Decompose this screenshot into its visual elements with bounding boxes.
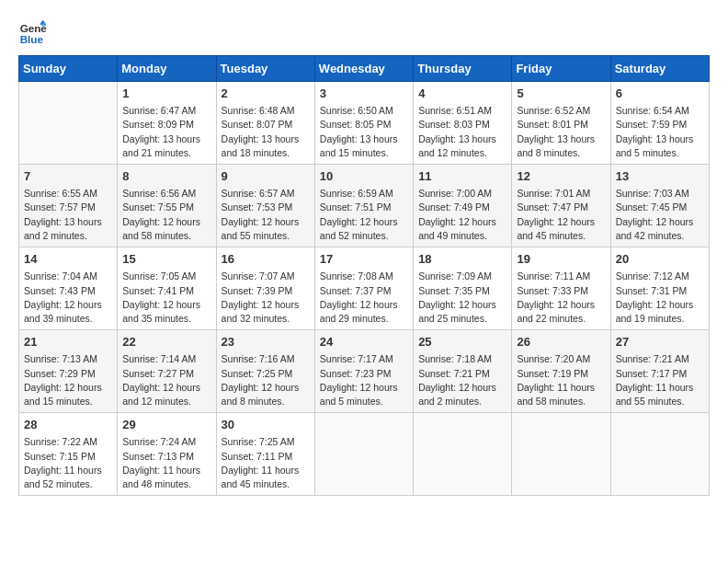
day-number: 13 [616,168,704,185]
calendar-cell: 26Sunrise: 7:20 AM Sunset: 7:19 PM Dayli… [512,330,610,413]
calendar-cell [314,413,413,496]
calendar-cell: 24Sunrise: 7:17 AM Sunset: 7:23 PM Dayli… [314,330,413,413]
day-number: 30 [222,417,310,433]
week-row: 21Sunrise: 7:13 AM Sunset: 7:29 PM Dayli… [19,330,710,413]
day-info: Sunrise: 6:51 AM Sunset: 8:03 PM Dayligh… [418,104,506,160]
day-number: 5 [517,86,605,102]
day-number: 28 [24,417,112,433]
day-info: Sunrise: 7:11 AM Sunset: 7:33 PM Dayligh… [517,270,605,326]
calendar-cell [414,413,512,496]
day-number: 11 [418,168,506,185]
day-info: Sunrise: 7:22 AM Sunset: 7:15 PM Dayligh… [24,435,112,491]
day-info: Sunrise: 6:52 AM Sunset: 8:01 PM Dayligh… [517,104,605,160]
day-number: 1 [122,86,210,102]
logo-icon: General Blue [18,18,46,46]
week-row: 1Sunrise: 6:47 AM Sunset: 8:09 PM Daylig… [19,82,710,165]
day-info: Sunrise: 7:01 AM Sunset: 7:47 PM Dayligh… [517,187,605,243]
day-info: Sunrise: 7:12 AM Sunset: 7:31 PM Dayligh… [616,270,704,326]
weekday-header-thursday: Thursday [414,56,512,82]
calendar-cell: 13Sunrise: 7:03 AM Sunset: 7:45 PM Dayli… [610,165,709,247]
day-info: Sunrise: 7:07 AM Sunset: 7:39 PM Dayligh… [222,270,310,326]
day-number: 6 [616,86,704,102]
day-info: Sunrise: 6:55 AM Sunset: 7:57 PM Dayligh… [24,187,112,243]
week-row: 7Sunrise: 6:55 AM Sunset: 7:57 PM Daylig… [19,165,710,247]
calendar-cell: 20Sunrise: 7:12 AM Sunset: 7:31 PM Dayli… [610,247,709,330]
day-info: Sunrise: 6:48 AM Sunset: 8:07 PM Dayligh… [222,104,310,160]
calendar-cell: 7Sunrise: 6:55 AM Sunset: 7:57 PM Daylig… [19,165,118,247]
day-info: Sunrise: 7:20 AM Sunset: 7:19 PM Dayligh… [517,352,605,408]
weekday-header-sunday: Sunday [19,56,118,82]
calendar-header: SundayMondayTuesdayWednesdayThursdayFrid… [19,56,710,82]
day-number: 23 [222,334,310,350]
calendar-cell: 27Sunrise: 7:21 AM Sunset: 7:17 PM Dayli… [610,330,709,413]
day-info: Sunrise: 6:47 AM Sunset: 8:09 PM Dayligh… [122,104,210,160]
day-number: 18 [418,251,506,268]
day-number: 20 [616,251,704,268]
day-number: 24 [320,334,408,350]
day-info: Sunrise: 7:03 AM Sunset: 7:45 PM Dayligh… [616,187,704,243]
day-number: 4 [418,86,506,102]
day-number: 16 [222,251,310,268]
calendar-cell: 17Sunrise: 7:08 AM Sunset: 7:37 PM Dayli… [314,247,413,330]
day-info: Sunrise: 7:21 AM Sunset: 7:17 PM Dayligh… [616,352,704,408]
calendar-cell: 14Sunrise: 7:04 AM Sunset: 7:43 PM Dayli… [19,247,118,330]
calendar-cell [19,82,118,165]
calendar-cell: 29Sunrise: 7:24 AM Sunset: 7:13 PM Dayli… [118,413,216,496]
calendar-cell: 12Sunrise: 7:01 AM Sunset: 7:47 PM Dayli… [512,165,610,247]
day-number: 26 [517,334,605,350]
day-info: Sunrise: 7:24 AM Sunset: 7:13 PM Dayligh… [122,435,210,491]
calendar-cell: 5Sunrise: 6:52 AM Sunset: 8:01 PM Daylig… [512,82,610,165]
weekday-header-wednesday: Wednesday [314,56,413,82]
day-info: Sunrise: 7:18 AM Sunset: 7:21 PM Dayligh… [418,352,506,408]
day-info: Sunrise: 7:09 AM Sunset: 7:35 PM Dayligh… [418,270,506,326]
calendar-cell: 19Sunrise: 7:11 AM Sunset: 7:33 PM Dayli… [512,247,610,330]
week-row: 28Sunrise: 7:22 AM Sunset: 7:15 PM Dayli… [19,413,710,496]
day-info: Sunrise: 7:05 AM Sunset: 7:41 PM Dayligh… [122,270,210,326]
calendar-cell: 16Sunrise: 7:07 AM Sunset: 7:39 PM Dayli… [216,247,314,330]
day-number: 19 [517,251,605,268]
day-info: Sunrise: 6:57 AM Sunset: 7:53 PM Dayligh… [222,187,310,243]
calendar-cell: 18Sunrise: 7:09 AM Sunset: 7:35 PM Dayli… [414,247,512,330]
weekday-header-saturday: Saturday [610,56,709,82]
calendar-table: SundayMondayTuesdayWednesdayThursdayFrid… [18,55,710,496]
day-info: Sunrise: 7:00 AM Sunset: 7:49 PM Dayligh… [418,187,506,243]
day-number: 3 [320,86,408,102]
day-info: Sunrise: 7:25 AM Sunset: 7:11 PM Dayligh… [222,435,310,491]
day-number: 14 [24,251,112,268]
day-info: Sunrise: 7:17 AM Sunset: 7:23 PM Dayligh… [320,352,408,408]
day-number: 15 [122,251,210,268]
day-number: 2 [222,86,310,102]
day-number: 27 [616,334,704,350]
day-info: Sunrise: 7:13 AM Sunset: 7:29 PM Dayligh… [24,352,112,408]
day-number: 21 [24,334,112,350]
calendar-cell: 21Sunrise: 7:13 AM Sunset: 7:29 PM Dayli… [19,330,118,413]
calendar-cell: 23Sunrise: 7:16 AM Sunset: 7:25 PM Dayli… [216,330,314,413]
week-row: 14Sunrise: 7:04 AM Sunset: 7:43 PM Dayli… [19,247,710,330]
day-info: Sunrise: 7:16 AM Sunset: 7:25 PM Dayligh… [222,352,310,408]
calendar-cell: 3Sunrise: 6:50 AM Sunset: 8:05 PM Daylig… [314,82,413,165]
weekday-header-tuesday: Tuesday [216,56,314,82]
logo: General Blue [18,18,50,46]
calendar-cell: 11Sunrise: 7:00 AM Sunset: 7:49 PM Dayli… [414,165,512,247]
calendar-cell: 6Sunrise: 6:54 AM Sunset: 7:59 PM Daylig… [610,82,709,165]
day-number: 25 [418,334,506,350]
day-info: Sunrise: 6:54 AM Sunset: 7:59 PM Dayligh… [616,104,704,160]
calendar-cell [610,413,709,496]
calendar-cell: 25Sunrise: 7:18 AM Sunset: 7:21 PM Dayli… [414,330,512,413]
day-number: 12 [517,168,605,185]
calendar-cell: 1Sunrise: 6:47 AM Sunset: 8:09 PM Daylig… [118,82,216,165]
day-info: Sunrise: 7:04 AM Sunset: 7:43 PM Dayligh… [24,270,112,326]
calendar-cell: 10Sunrise: 6:59 AM Sunset: 7:51 PM Dayli… [314,165,413,247]
calendar-cell: 9Sunrise: 6:57 AM Sunset: 7:53 PM Daylig… [216,165,314,247]
day-number: 29 [122,417,210,433]
day-info: Sunrise: 6:56 AM Sunset: 7:55 PM Dayligh… [122,187,210,243]
day-number: 10 [320,168,408,185]
day-number: 7 [24,168,112,185]
weekday-header-monday: Monday [118,56,216,82]
calendar-cell: 2Sunrise: 6:48 AM Sunset: 8:07 PM Daylig… [216,82,314,165]
day-number: 22 [122,334,210,350]
calendar-cell [512,413,610,496]
day-info: Sunrise: 6:59 AM Sunset: 7:51 PM Dayligh… [320,187,408,243]
calendar-cell: 8Sunrise: 6:56 AM Sunset: 7:55 PM Daylig… [118,165,216,247]
calendar-cell: 30Sunrise: 7:25 AM Sunset: 7:11 PM Dayli… [216,413,314,496]
